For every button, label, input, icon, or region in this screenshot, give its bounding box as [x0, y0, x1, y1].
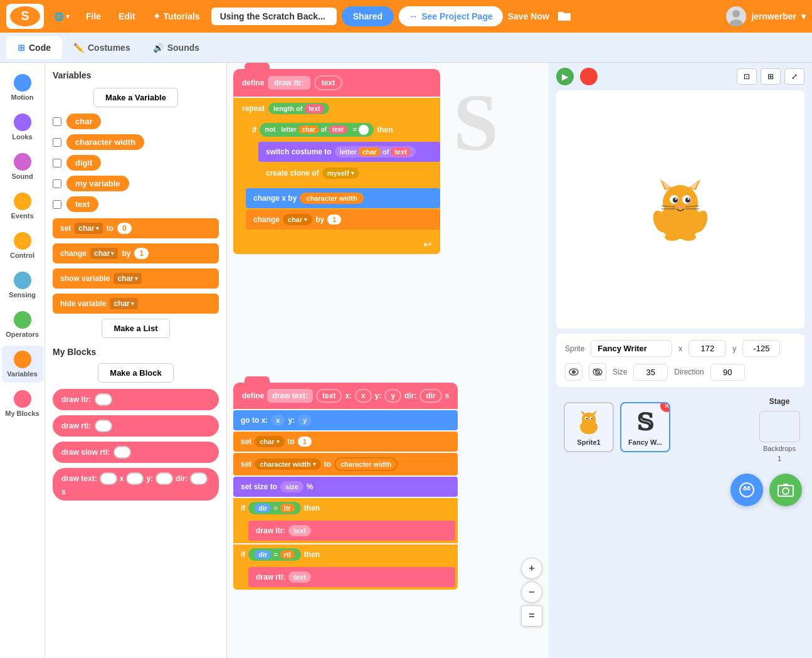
shared-button[interactable]: Shared — [342, 6, 394, 26]
show-variable-block[interactable]: show variable char ▾ — [53, 268, 219, 289]
hide-variable-block[interactable]: hide variable char ▾ — [53, 294, 219, 314]
if-not-letter-block[interactable]: if not letter char of text = then — [246, 119, 440, 141]
file-menu[interactable]: File — [80, 9, 107, 24]
globe-menu[interactable]: 🌐 ▾ — [49, 9, 75, 24]
make-list-button[interactable]: Make a List — [102, 319, 169, 338]
draw-rtl-call-block[interactable]: draw rtl: text — [248, 567, 455, 587]
custom-block-draw-rtl[interactable]: draw rtl: — [53, 415, 219, 437]
change-x-by-block[interactable]: change x by character width — [246, 188, 440, 208]
custom-block-draw-slow-rtl[interactable]: draw slow rtl: — [53, 442, 219, 463]
tutorials-menu[interactable]: ✦ Code Tutorials — [147, 9, 206, 24]
make-variable-button[interactable]: Make a Variable — [93, 88, 178, 107]
define-draw-text-block[interactable]: define draw text: text x: x y: y dir: di… — [233, 383, 458, 409]
zoom-in-button[interactable]: + — [521, 558, 542, 579]
fullscreen-button[interactable]: ⤢ — [784, 68, 804, 85]
var-badge-text[interactable]: text — [66, 196, 98, 212]
variables-label: Variables — [7, 370, 37, 378]
folder-button[interactable] — [554, 7, 574, 26]
change-var-dropdown[interactable]: char ▾ — [90, 248, 118, 259]
sprite-thumb-fancy-writer[interactable]: ✕ 𝕊 Fancy W... — [620, 402, 670, 452]
sidebar-item-motion[interactable]: Motion — [2, 69, 43, 106]
change-variable-block[interactable]: change char ▾ by 1 — [53, 243, 219, 263]
create-clone-block[interactable]: create clone of myself ▾ — [258, 163, 440, 183]
set-size-block[interactable]: set size to size % — [233, 477, 458, 497]
layout-small-button[interactable]: ⊡ — [737, 68, 757, 85]
layout-large-button[interactable]: ⊞ — [761, 68, 781, 85]
block-group-draw-text: define draw text: text x: x y: y dir: di… — [233, 383, 458, 590]
go-to-xy-block[interactable]: go to x: x y: y — [233, 410, 458, 430]
set-variable-block[interactable]: set char ▾ to 0 — [53, 218, 219, 238]
tab-code[interactable]: ⊞ Code — [6, 36, 62, 59]
size-input[interactable] — [633, 364, 668, 381]
motion-dot — [14, 74, 31, 92]
sidebar-item-myblocks[interactable]: My Blocks — [2, 385, 43, 422]
draw-slow-rtl-input[interactable] — [113, 446, 131, 459]
draw-text-input1[interactable] — [100, 472, 117, 485]
set-var-value[interactable]: 0 — [117, 223, 132, 234]
sidebar-item-looks[interactable]: Looks — [2, 109, 43, 146]
draw-rtl-input[interactable] — [95, 420, 112, 432]
x-coord-input[interactable] — [688, 340, 726, 357]
y-label: y — [732, 344, 736, 353]
add-sprite-cat-button[interactable] — [730, 474, 763, 506]
var-checkbox-digit[interactable] — [53, 159, 61, 167]
user-menu[interactable]: jernwerber ▾ — [726, 6, 806, 26]
tab-costumes[interactable]: ✏️ Costumes — [62, 36, 142, 59]
if-dir-ltr-block[interactable]: if dir = ltr then — [233, 498, 458, 518]
var-checkbox-myvariable[interactable] — [53, 179, 61, 188]
repeat-length-block[interactable]: repeat length of text — [233, 98, 440, 119]
set-var-dropdown[interactable]: char ▾ — [75, 223, 102, 234]
draw-text-input3[interactable] — [156, 472, 173, 485]
stop-button[interactable] — [580, 68, 598, 85]
custom-block-draw-text[interactable]: draw text: x y: dir: s — [53, 468, 219, 501]
sprite-name-input[interactable] — [591, 340, 672, 357]
var-checkbox-char[interactable] — [53, 117, 61, 126]
sidebar-item-events[interactable]: Events — [2, 188, 43, 225]
hide-var-dropdown[interactable]: char ▾ — [110, 298, 137, 309]
define-draw-ltr-block[interactable]: define draw ltr: text — [233, 69, 440, 97]
var-badge-charwidth[interactable]: character width — [66, 134, 144, 150]
edit-menu[interactable]: Edit — [112, 9, 141, 24]
stage-backdrop-thumbnail[interactable] — [759, 411, 800, 442]
draw-text-input4[interactable] — [190, 472, 208, 485]
hide-sprite-button[interactable] — [589, 363, 606, 381]
change-var-value[interactable]: 1 — [134, 248, 149, 259]
project-title-input[interactable] — [211, 8, 337, 25]
tab-sounds[interactable]: 🔊 Sounds — [142, 36, 211, 59]
set-charwidth-block[interactable]: set character width ▾ to character width — [233, 453, 458, 475]
make-block-button[interactable]: Make a Block — [98, 363, 173, 383]
show-sprite-button[interactable] — [565, 363, 583, 381]
zoom-reset-button[interactable]: = — [521, 605, 542, 627]
var-badge-digit[interactable]: digit — [66, 155, 101, 171]
set-char-1-block[interactable]: set char ▾ to 1 — [233, 432, 458, 452]
var-badge-char[interactable]: char — [66, 114, 101, 129]
draw-ltr-call-block[interactable]: draw ltr: text — [248, 521, 455, 541]
add-sprite-photo-button[interactable] — [769, 474, 802, 506]
sidebar-item-sensing[interactable]: Sensing — [2, 267, 43, 304]
var-checkbox-charwidth[interactable] — [53, 138, 61, 147]
draw-ltr-input[interactable] — [95, 393, 112, 406]
draw-text-input2[interactable] — [126, 472, 144, 485]
var-badge-myvariable[interactable]: my variable — [66, 176, 129, 191]
zoom-out-button[interactable]: − — [521, 581, 542, 603]
custom-block-draw-ltr[interactable]: draw ltr: — [53, 389, 219, 410]
save-now-button[interactable]: Save Now — [508, 11, 549, 21]
direction-input[interactable] — [710, 364, 745, 381]
see-project-button[interactable]: ↔ See Project Page — [399, 6, 503, 26]
delete-sprite-button[interactable]: ✕ — [660, 402, 670, 412]
green-flag-button[interactable]: ▶ — [556, 68, 574, 85]
show-var-dropdown[interactable]: char ▾ — [113, 273, 141, 284]
if-dir-rtl-block[interactable]: if dir = rtl then — [233, 544, 458, 565]
looks-dot — [14, 114, 31, 131]
switch-costume-block[interactable]: switch costume to letter char of text — [258, 142, 440, 162]
sidebar-item-operators[interactable]: Operators — [2, 306, 43, 343]
var-checkbox-text[interactable] — [53, 200, 61, 209]
sidebar-item-control[interactable]: Control — [2, 227, 43, 264]
y-coord-input[interactable] — [742, 340, 780, 357]
scratch-logo[interactable]: S — [6, 4, 44, 29]
sidebar-item-variables[interactable]: Variables — [2, 346, 43, 383]
sprite-thumb-sprite1[interactable]: Sprite1 — [564, 402, 614, 452]
change-char-block[interactable]: change char ▾ by 1 — [246, 210, 440, 230]
sidebar-item-sound[interactable]: Sound — [2, 148, 43, 185]
blocks-canvas[interactable]: define draw ltr: text repeat length of t… — [227, 63, 549, 658]
